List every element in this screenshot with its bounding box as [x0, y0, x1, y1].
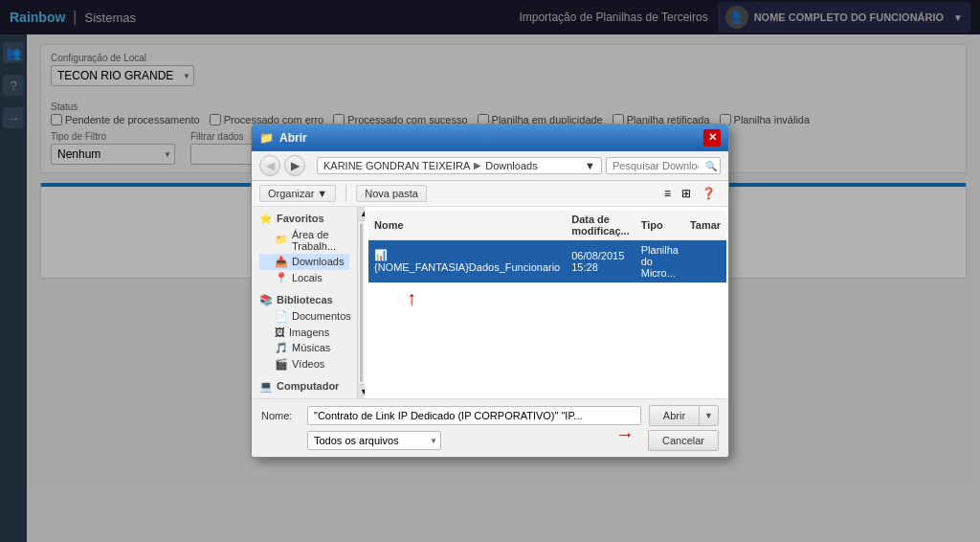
footer-name-row: Nome: Abrir ▼	[261, 405, 719, 426]
sidebar-desktop[interactable]: 📁 Área de Trabalh...	[259, 227, 349, 254]
dialog-titlebar: 📁 Abrir ✕	[252, 124, 728, 151]
view-list-button[interactable]: ≡	[659, 184, 676, 203]
sidebar-downloads[interactable]: 📥 Downloads	[259, 254, 349, 270]
footer-type-row: Todos os arquivos Cancelar	[261, 430, 719, 451]
organize-button[interactable]: Organizar ▼	[259, 185, 336, 202]
star-icon: ⭐	[259, 213, 273, 225]
dialog-overlay: 📁 Abrir ✕ ◀ ▶ KARINE GONDRAN TEIXEIRA ▶ …	[0, 0, 980, 542]
nova-pasta-button[interactable]: Nova pasta	[356, 185, 427, 202]
music-icon: 🎵	[275, 342, 288, 354]
toolbar-sep	[345, 185, 346, 202]
col-size[interactable]: Tamar	[684, 211, 726, 240]
sidebar-favorites-section: ⭐ Favoritos 📁 Área de Trabalh... 📥 Downl…	[252, 207, 357, 288]
favorites-header: ⭐ Favoritos	[259, 209, 349, 227]
sidebar-images[interactable]: 🖼 Imagens	[259, 325, 349, 340]
file-type-cell: Planilha do Micro...	[635, 239, 684, 282]
table-row[interactable]: 📊 {NOME_FANTASIA}Dados_Funcionario 06/08…	[368, 239, 726, 282]
search-input[interactable]	[606, 157, 721, 174]
open-file-dialog: 📁 Abrir ✕ ◀ ▶ KARINE GONDRAN TEIXEIRA ▶ …	[251, 124, 729, 458]
dialog-nav: ◀ ▶ KARINE GONDRAN TEIXEIRA ▶ Downloads …	[252, 151, 728, 181]
locais-icon: 📍	[275, 272, 288, 284]
forward-button[interactable]: ▶	[284, 155, 305, 176]
breadcrumb-bar: KARINE GONDRAN TEIXEIRA ▶ Downloads ▼	[317, 157, 602, 174]
file-icon: 📊	[374, 249, 388, 260]
dialog-sidebar-scroll: ⭐ Favoritos 📁 Área de Trabalh... 📥 Downl…	[252, 207, 365, 398]
footer-type-select-wrapper: Todos os arquivos	[307, 431, 441, 450]
libraries-header: 📚 Bibliotecas	[259, 290, 349, 308]
scroll-up-button[interactable]: ▲	[358, 207, 365, 221]
open-btn-dropdown[interactable]: ▼	[700, 406, 718, 425]
scroll-down-button[interactable]: ▼	[358, 384, 365, 398]
open-button[interactable]: Abrir	[650, 406, 700, 425]
search-wrapper	[606, 157, 721, 174]
breadcrumb-folder: Downloads	[485, 160, 537, 171]
back-button[interactable]: ◀	[259, 155, 280, 176]
sidebar-computer-section: 💻 Computador	[252, 374, 357, 396]
dialog-footer: Nome: Abrir ▼ Todos os arquivos Can	[252, 398, 728, 457]
footer-type-select[interactable]: Todos os arquivos	[307, 431, 441, 450]
right-arrow-icon: →	[615, 423, 635, 445]
scroll-thumb[interactable]	[360, 223, 363, 382]
sidebar-locais[interactable]: 📍 Locais	[259, 270, 349, 286]
documents-icon: 📄	[275, 310, 288, 323]
footer-name-label: Nome:	[261, 410, 300, 421]
table-header-row: Nome Data de modificaç... Tipo Tamar	[368, 211, 726, 240]
breadcrumb-arrow-icon: ▶	[474, 160, 481, 170]
breadcrumb-user: KARINE GONDRAN TEIXEIRA	[323, 160, 470, 171]
sidebar-documents[interactable]: 📄 Documentos	[259, 308, 349, 325]
dialog-body: ⭐ Favoritos 📁 Área de Trabalh... 📥 Downl…	[252, 207, 728, 398]
sidebar-scrollbar: ▲ ▼	[357, 207, 365, 398]
arrow-right-indicator: →	[615, 423, 635, 445]
images-icon: 🖼	[275, 327, 285, 338]
dialog-sidebar: ⭐ Favoritos 📁 Área de Trabalh... 📥 Downl…	[252, 207, 357, 398]
cancel-button[interactable]: Cancelar	[648, 430, 719, 451]
file-name-cell: 📊 {NOME_FANTASIA}Dados_Funcionario	[368, 239, 566, 282]
computer-icon: 💻	[259, 380, 273, 393]
file-table: Nome Data de modificaç... Tipo Tamar 📊 {…	[368, 211, 726, 283]
col-name[interactable]: Nome	[368, 211, 566, 240]
dialog-files: Nome Data de modificaç... Tipo Tamar 📊 {…	[365, 207, 728, 398]
view-icons: ≡ ⊞ ❓	[659, 184, 721, 203]
downloads-icon: 📥	[275, 256, 288, 268]
library-icon: 📚	[259, 294, 273, 306]
file-size-cell	[684, 239, 726, 282]
view-grid-button[interactable]: ⊞	[677, 184, 696, 203]
sidebar-videos[interactable]: 🎬 Vídeos	[259, 356, 349, 373]
open-btn-wrapper: Abrir ▼	[649, 405, 719, 426]
sidebar-libraries-section: 📚 Bibliotecas 📄 Documentos 🖼 Imagens	[252, 288, 357, 374]
up-arrow-icon: ↑	[407, 287, 416, 309]
col-date[interactable]: Data de modificaç...	[566, 211, 635, 240]
sidebar-music[interactable]: 🎵 Músicas	[259, 340, 349, 356]
col-type[interactable]: Tipo	[635, 211, 684, 240]
file-date-cell: 06/08/2015 15:28	[566, 239, 635, 282]
dialog-title: 📁 Abrir	[259, 131, 307, 145]
desktop-icon: 📁	[275, 234, 288, 246]
videos-icon: 🎬	[275, 358, 288, 371]
footer-buttons: Abrir ▼	[649, 405, 719, 426]
dialog-close-button[interactable]: ✕	[703, 129, 721, 147]
arrow-up-indicator: ↑	[407, 287, 724, 309]
footer-name-input[interactable]	[307, 406, 641, 425]
view-help-button[interactable]: ❓	[697, 184, 721, 203]
computer-header: 💻 Computador	[259, 376, 349, 395]
breadcrumb-caret-icon: ▼	[585, 160, 595, 171]
dialog-toolbar: Organizar ▼ Nova pasta ≡ ⊞ ❓	[252, 181, 728, 207]
dialog-title-icon: 📁	[259, 131, 274, 145]
